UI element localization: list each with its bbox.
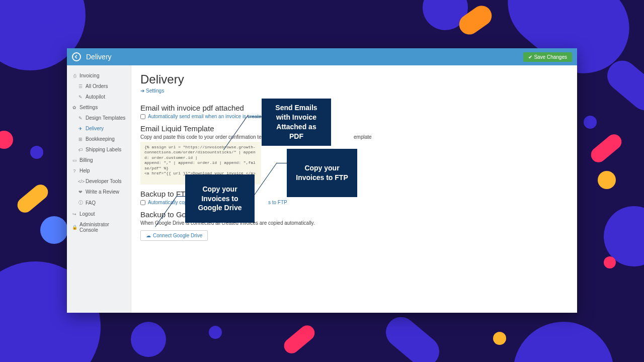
print-icon: ⎙ (72, 73, 77, 78)
sidebar-item-all-orders[interactable]: ☰All Orders (67, 81, 131, 92)
gear-icon: ✿ (72, 105, 77, 110)
check-icon: ✔ (528, 54, 532, 60)
bg-blob (30, 146, 43, 159)
bg-blob (598, 171, 616, 189)
question-icon: ? (72, 168, 77, 173)
info-icon: ⓘ (78, 200, 83, 206)
content-title: Delivery (140, 72, 568, 86)
bg-blob (15, 182, 51, 216)
sidebar-item-billing[interactable]: ▭Billing (67, 155, 131, 165)
sidebar-item-help[interactable]: ?Help (67, 165, 131, 176)
section-email-attached: Email with invoice pdf attached (140, 104, 568, 112)
bg-blob (493, 332, 506, 345)
back-icon[interactable] (72, 52, 81, 61)
sidebar: ⎙Invoicing ☰All Orders ✎Autopilot ✿Setti… (67, 65, 131, 313)
lock-icon: 🔒 (72, 225, 77, 230)
bg-blob (281, 322, 318, 356)
logout-icon: ↪ (72, 212, 77, 217)
bg-blob (209, 326, 222, 339)
sidebar-item-logout[interactable]: ↪Logout (67, 209, 131, 219)
sidebar-item-bookkeeping[interactable]: ⊞Bookkeeping (67, 134, 131, 144)
list-icon: ☰ (78, 84, 83, 89)
sidebar-item-faq[interactable]: ⓘFAQ (67, 197, 131, 209)
book-icon: ⊞ (78, 137, 83, 142)
arrow-right-icon: ➔ (140, 88, 144, 94)
checkbox-auto-email[interactable]: Automatically send email when an invoice… (140, 114, 568, 119)
sidebar-item-invoicing[interactable]: ⎙Invoicing (67, 70, 131, 81)
sidebar-item-autopilot[interactable]: ✎Autopilot (67, 92, 131, 102)
callout-line (248, 117, 263, 117)
callout-ftp: Copy your Invoices to FTP (287, 149, 357, 197)
sidebar-item-admin-console[interactable]: 🔒Administrator Console (67, 219, 131, 235)
bg-blob (131, 322, 166, 357)
liquid-description: Copy and paste this code to your order c… (140, 134, 568, 140)
settings-link[interactable]: ➔ Settings (140, 88, 164, 94)
bg-blob (584, 116, 597, 129)
section-liquid-template: Email Liquid Template (140, 124, 568, 133)
brush-icon: ✎ (78, 116, 83, 121)
bg-blob (591, 194, 644, 279)
sidebar-item-developer-tools[interactable]: </>Developer Tools (67, 176, 131, 187)
code-icon: </> (78, 179, 83, 184)
pencil-icon: ✎ (78, 95, 83, 100)
send-icon: ✈ (78, 126, 83, 131)
sidebar-item-shipping-labels[interactable]: 🏷Shipping Labels (67, 144, 131, 155)
callout-email-pdf: Send Emails with Invoice Attached as PDF (262, 99, 331, 146)
save-label: Save Changes (534, 54, 567, 60)
heart-icon: ❤ (78, 190, 83, 195)
bg-blob (380, 311, 445, 362)
bg-blob (0, 131, 13, 149)
page-title: Delivery (86, 53, 112, 61)
cloud-icon: ☁ (146, 233, 151, 238)
bg-blob (604, 256, 616, 268)
sidebar-item-delivery[interactable]: ✈Delivery (67, 123, 131, 134)
checkbox-input[interactable] (140, 200, 145, 205)
card-icon: ▭ (72, 158, 77, 163)
callout-gdrive: Copy your Invoices to Google Drive (185, 174, 255, 223)
save-changes-button[interactable]: ✔ Save Changes (523, 52, 572, 62)
sidebar-item-write-review[interactable]: ❤Write a Review (67, 187, 131, 197)
sidebar-item-design-templates[interactable]: ✎Design Templates (67, 113, 131, 123)
topbar: Delivery ✔ Save Changes (67, 48, 577, 65)
tag-icon: 🏷 (78, 147, 83, 152)
sidebar-item-settings[interactable]: ✿Settings (67, 102, 131, 113)
bg-blob (588, 131, 625, 165)
connect-google-drive-button[interactable]: ☁ Connect Google Drive (140, 230, 208, 241)
bg-blob (40, 216, 68, 244)
checkbox-input[interactable] (140, 114, 145, 119)
